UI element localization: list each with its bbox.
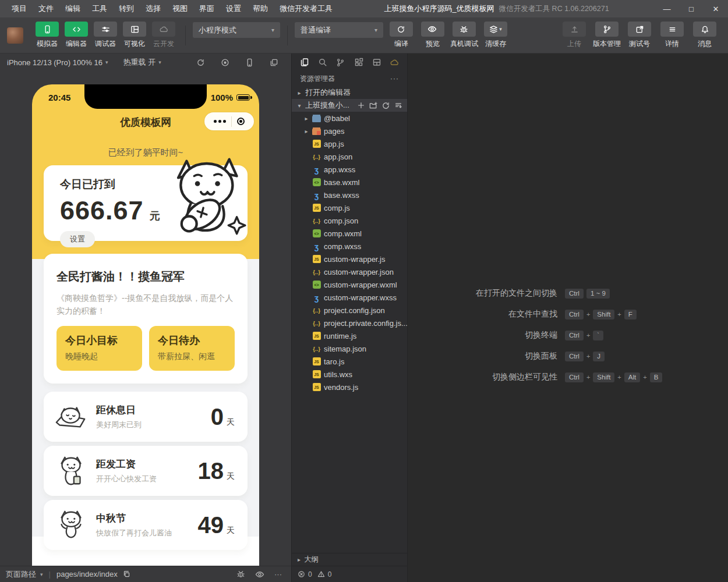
- page-path-label[interactable]: 页面路径: [6, 569, 36, 580]
- countdown-card[interactable]: 距发工资 开开心心快发工资 18 天: [44, 446, 248, 496]
- device-frame-icon[interactable]: [245, 58, 254, 67]
- toolbar-button-icon-chip: [152, 22, 175, 37]
- toolbar-button-icon-chip: [36, 22, 59, 37]
- file-row[interactable]: custom-wrapper.js: [292, 253, 407, 265]
- menu-item[interactable]: 界面: [193, 0, 220, 17]
- toolbar-button[interactable]: 消息: [688, 22, 721, 49]
- file-row[interactable]: comp.json: [292, 214, 407, 227]
- menu-item[interactable]: 文件: [33, 0, 59, 17]
- panel-icon[interactable]: [372, 58, 381, 67]
- settings-button[interactable]: 设置: [60, 231, 95, 247]
- toolbar-button[interactable]: 真机调试: [448, 22, 480, 49]
- outline-section[interactable]: ▸ 大纲: [292, 553, 407, 566]
- file-row[interactable]: ▸ pages: [292, 125, 407, 137]
- project-root-row[interactable]: ▾ 上班摸鱼小...: [292, 99, 407, 112]
- file-type-icon: [312, 383, 321, 392]
- countdown-days: 49: [198, 512, 224, 538]
- toolbar-button[interactable]: 上传: [558, 22, 591, 49]
- cloud-icon[interactable]: [390, 58, 399, 67]
- open-editors-row[interactable]: ▸ 打开的编辑器: [292, 86, 407, 99]
- toolbar-button[interactable]: 编辑器: [62, 22, 91, 49]
- explorer-title: 资源管理器: [300, 74, 335, 84]
- collapse-all-icon[interactable]: [394, 101, 402, 110]
- toolbar-button[interactable]: 编译: [386, 22, 417, 49]
- mode-dropdown[interactable]: 小程序模式 ▾: [193, 22, 280, 38]
- files-icon[interactable]: [300, 58, 309, 67]
- file-row[interactable]: comp.wxml: [292, 227, 407, 240]
- eye-icon[interactable]: [255, 570, 264, 579]
- shortcut-keys: Ctrl1 ~ 9: [565, 289, 653, 299]
- maximize-button[interactable]: □: [679, 0, 704, 17]
- goal-box[interactable]: 今日小目标 晚睡晚起: [56, 326, 142, 371]
- goal-box-sub: 带薪拉屎、闲逛: [158, 352, 226, 362]
- window-title: 上班摸鱼小程序源码_优质模板网微信开发者工具 RC 1.06.2206271: [338, 3, 655, 14]
- rotate-icon[interactable]: [196, 58, 205, 67]
- toolbar-button[interactable]: 调试器: [91, 22, 120, 49]
- menu-item[interactable]: 设置: [220, 0, 247, 17]
- file-row[interactable]: vendors.js: [292, 381, 407, 393]
- new-file-icon[interactable]: [357, 101, 365, 110]
- file-row[interactable]: taro.js: [292, 355, 407, 368]
- menu-item[interactable]: 选择: [140, 0, 167, 17]
- extensions-icon[interactable]: [354, 58, 363, 67]
- menu-item[interactable]: 微信开发者工具: [274, 0, 338, 17]
- toolbar-button-label: 预览: [426, 39, 440, 49]
- file-row[interactable]: sitemap.json: [292, 342, 407, 355]
- toolbar-button[interactable]: 测试号: [623, 22, 656, 49]
- menu-item[interactable]: 视图: [167, 0, 193, 17]
- more-dots-button[interactable]: [214, 120, 226, 123]
- simulator-panel: iPhone 12/13 (Pro) 100% 16 ▾ 热重载 开 ▾: [0, 54, 291, 582]
- more-icon[interactable]: ···: [274, 570, 282, 579]
- file-row[interactable]: comp.js: [292, 201, 407, 214]
- refresh-icon[interactable]: [381, 101, 390, 110]
- toolbar-button[interactable]: 预览: [417, 22, 448, 49]
- toolbar-button[interactable]: 云开发: [149, 22, 178, 49]
- bug-icon[interactable]: [236, 570, 245, 579]
- menu-item[interactable]: 项目: [6, 0, 33, 17]
- file-row[interactable]: ▸ @babel: [292, 112, 407, 125]
- chevron-icon: ▸: [303, 128, 309, 134]
- close-target-button[interactable]: [237, 118, 245, 125]
- toolbar-button[interactable]: 模拟器: [33, 22, 62, 49]
- menu-item[interactable]: 编辑: [59, 0, 86, 17]
- file-row[interactable]: project.config.json: [292, 304, 407, 317]
- minimize-button[interactable]: —: [655, 0, 679, 17]
- goal-box[interactable]: 今日待办 带薪拉屎、闲逛: [149, 326, 235, 371]
- file-row[interactable]: base.wxml: [292, 176, 407, 189]
- file-row[interactable]: base.wxss: [292, 189, 407, 201]
- file-row[interactable]: project.private.config.js...: [292, 317, 407, 329]
- compile-mode-dropdown[interactable]: 普通编译 ▾: [295, 22, 383, 38]
- problems-status[interactable]: 0 0: [292, 566, 407, 582]
- toolbar-button[interactable]: 详情: [656, 22, 688, 49]
- toolbar-button[interactable]: 可视化: [120, 22, 149, 49]
- new-folder-icon[interactable]: [369, 101, 377, 110]
- file-row[interactable]: app.js: [292, 137, 407, 150]
- menu-item[interactable]: 工具: [86, 0, 113, 17]
- toolbar-button[interactable]: ▾ 清缓存: [480, 22, 511, 49]
- file-row[interactable]: custom-wrapper.wxml: [292, 278, 407, 291]
- file-row[interactable]: utils.wxs: [292, 368, 407, 381]
- toolbar-button[interactable]: 版本管理: [591, 22, 623, 49]
- menu-item[interactable]: 转到: [113, 0, 140, 17]
- toolbar-button-label: 编译: [394, 39, 408, 49]
- multi-window-icon[interactable]: [270, 58, 278, 67]
- countdown-card[interactable]: 中秋节 快放假了再打会儿酱油 49 天: [44, 500, 248, 550]
- git-icon[interactable]: [336, 58, 345, 67]
- file-row[interactable]: custom-wrapper.wxss: [292, 291, 407, 304]
- avatar[interactable]: [7, 27, 23, 44]
- file-row[interactable]: runtime.js: [292, 329, 407, 342]
- file-row[interactable]: comp.wxss: [292, 240, 407, 253]
- device-selector[interactable]: iPhone 12/13 (Pro) 100% 16 ▾: [7, 58, 108, 67]
- countdown-card[interactable]: 距休息日 美好周末已到 0 天: [44, 392, 248, 442]
- search-icon[interactable]: [318, 58, 327, 67]
- more-icon[interactable]: ···: [390, 74, 399, 83]
- menu-item[interactable]: 帮助: [247, 0, 274, 17]
- copy-icon[interactable]: [123, 570, 130, 578]
- file-row[interactable]: app.wxss: [292, 163, 407, 176]
- record-icon[interactable]: [221, 58, 229, 67]
- close-button[interactable]: ✕: [704, 0, 728, 17]
- file-row[interactable]: app.json: [292, 150, 407, 163]
- hot-reload-toggle[interactable]: 热重载 开 ▾: [123, 57, 161, 68]
- file-row[interactable]: custom-wrapper.json: [292, 265, 407, 278]
- cat-illustration: [53, 399, 89, 435]
